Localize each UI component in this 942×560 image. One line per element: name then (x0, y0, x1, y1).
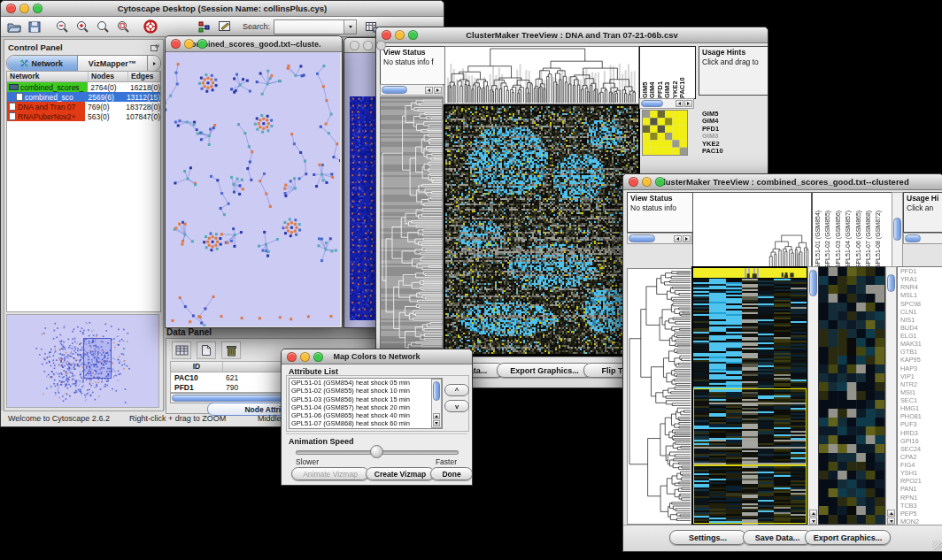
delete-attribute-icon[interactable] (221, 341, 241, 359)
column-label[interactable]: GPL51-03 (GSM856) (835, 195, 845, 269)
new-attribute-icon[interactable] (197, 341, 216, 359)
network-window-titlebar[interactable]: combined_scores_good.txt--cluste... (166, 36, 342, 52)
network-list-item[interactable]: combined_sco 2569(6) 13112(15) (7, 92, 160, 102)
gene-label[interactable]: SEC24 (900, 445, 942, 453)
attribute-item[interactable]: GPL51-07 (GSM868) heat shock 60 min (290, 419, 442, 427)
attribute-item[interactable]: GPL51-02 (GSM855) heat shock 10 min (290, 387, 442, 395)
gene-label[interactable]: VIP1 (900, 372, 942, 380)
main-titlebar[interactable]: Cytoscape Desktop (Session Name: collins… (1, 1, 444, 17)
column-dendrogram-panel[interactable] (692, 192, 812, 268)
column-dendrogram[interactable] (444, 46, 639, 104)
gene-label[interactable]: HRD3 (900, 429, 942, 437)
view-status-scrollbar[interactable] (380, 84, 444, 96)
zoom-in-icon[interactable] (73, 19, 91, 35)
save-data-button[interactable]: Save Data... (743, 530, 812, 545)
attribute-list-scrollbar[interactable] (431, 379, 442, 428)
gene-label[interactable]: SPC98 (900, 300, 942, 308)
gene-label[interactable]: RPN1 (900, 494, 942, 502)
zoom-fit-icon[interactable] (113, 19, 132, 35)
gene-label[interactable]: YSH1 (900, 469, 942, 477)
search-dropdown-button[interactable] (344, 20, 356, 34)
id-column-header[interactable]: ID (171, 362, 223, 372)
speed-slider-thumb[interactable] (370, 445, 383, 458)
gene-label[interactable]: CPA2 (900, 453, 942, 461)
usage-hints-scrollbar[interactable] (903, 233, 942, 244)
export-graphics-button[interactable]: Export Graphics... (805, 530, 891, 545)
open-file-icon[interactable] (4, 19, 23, 35)
treeview2-titlebar[interactable]: ClusterMaker TreeView : combined_scores_… (623, 174, 942, 190)
annotation-icon[interactable] (215, 19, 234, 35)
view-status-scrollbar[interactable] (627, 233, 692, 244)
gene-label[interactable]: GPI16 (900, 437, 942, 445)
gene-label[interactable]: YRA1 (900, 275, 942, 283)
resize-grip[interactable] (932, 541, 942, 550)
gene-label[interactable]: GTB1 (900, 348, 942, 356)
dialog-titlebar[interactable]: Map Colors to Network (282, 349, 472, 364)
column-network[interactable]: Network (7, 72, 89, 81)
column-edges[interactable]: Edges (128, 72, 160, 81)
network-list-item[interactable]: RNAPuberNov2+ 563(0) 107847(0) (7, 111, 160, 121)
gene-label[interactable]: MSL1 (900, 291, 942, 299)
close-button[interactable] (171, 39, 181, 49)
move-up-button[interactable]: ^ (444, 384, 469, 396)
minimize-button[interactable] (363, 41, 373, 50)
animate-vizmap-button[interactable]: Animate Vizmap (291, 467, 369, 480)
column-label[interactable]: GPL51-08 (GSM872) (875, 195, 884, 269)
column-labels-scrollbar[interactable] (892, 192, 903, 268)
column-label[interactable]: GPL51-01 (GSM854) (815, 195, 824, 269)
zoom-button[interactable] (313, 352, 323, 362)
heatmap-canvas[interactable] (693, 268, 807, 525)
row-dendrogram[interactable] (380, 96, 444, 357)
zoom-button[interactable] (376, 41, 386, 50)
help-icon[interactable] (141, 19, 159, 35)
column-label[interactable]: GPL51-04 (GSM857) (845, 195, 854, 269)
float-panel-icon[interactable] (151, 43, 159, 51)
close-button[interactable] (629, 177, 638, 187)
gene-label[interactable]: PUF3 (900, 420, 942, 428)
gene-label[interactable]: BUD4 (900, 324, 942, 332)
gene-label[interactable]: TCB3 (900, 502, 942, 510)
minimize-button[interactable] (395, 30, 405, 40)
minimize-button[interactable] (184, 39, 194, 49)
gene-label[interactable]: RPO21 (900, 477, 942, 485)
network-list-item[interactable]: combined_scores_ 2764(0) 16218(0) (7, 82, 160, 92)
column-labels-scrollbar[interactable] (639, 98, 694, 109)
minimize-button[interactable] (19, 4, 29, 13)
attribute-item[interactable]: GPL51-04 (GSM857) heat shock 20 min (290, 403, 442, 411)
zoom-button[interactable] (33, 4, 42, 13)
minimize-button[interactable] (300, 352, 310, 362)
attribute-item[interactable]: GPL51-03 (GSM856) heat shock 15 min (290, 395, 442, 403)
network-list-item[interactable]: DNA and Tran 07 769(0) 183728(0) (7, 102, 160, 111)
export-graphics-button[interactable]: Export Graphics... (497, 363, 592, 378)
column-label[interactable]: GIM4 (649, 49, 656, 98)
heatmap-canvas[interactable] (445, 106, 638, 354)
gene-label[interactable]: PAN1 (900, 485, 942, 493)
gene-label[interactable]: MSI1 (900, 388, 942, 396)
gene-label[interactable]: HAP3 (900, 364, 942, 372)
zoom-button[interactable] (408, 30, 418, 40)
treeview1-titlebar[interactable]: ClusterMaker TreeView : DNA and Tran 07-… (376, 27, 768, 43)
gene-label[interactable]: RNR4 (900, 283, 942, 291)
gene-label[interactable]: PHO81 (900, 412, 942, 420)
column-label[interactable]: GIM3 (664, 49, 671, 98)
zoom-vscrollbar[interactable] (885, 266, 897, 526)
zoom-matrix-canvas[interactable] (642, 110, 688, 156)
close-button[interactable] (350, 41, 359, 50)
attribute-item[interactable]: GPL51-01 (GSM854) heat shock 05 min (290, 379, 442, 387)
gene-label[interactable]: MAK31 (900, 340, 942, 348)
settings-button[interactable]: Settings... (669, 530, 746, 545)
gene-label[interactable]: NTR2 (900, 380, 942, 388)
close-button[interactable] (6, 4, 16, 13)
gene-label[interactable]: FIG4 (900, 461, 942, 469)
close-button[interactable] (287, 352, 297, 362)
close-button[interactable] (382, 30, 391, 40)
column-label[interactable]: YKE2 (672, 49, 679, 98)
network-overview-canvas[interactable] (6, 314, 159, 408)
gene-label[interactable]: CLN1 (900, 308, 942, 316)
zoom-heatmap-canvas[interactable] (818, 266, 885, 525)
done-button[interactable]: Done (430, 467, 473, 480)
gene-label[interactable]: NIS1 (900, 316, 942, 324)
matrix-row-label[interactable]: PAC10 (702, 148, 723, 155)
column-label[interactable]: GPL51-07 (GSM868) (865, 195, 875, 269)
zoom-button[interactable] (655, 177, 665, 187)
